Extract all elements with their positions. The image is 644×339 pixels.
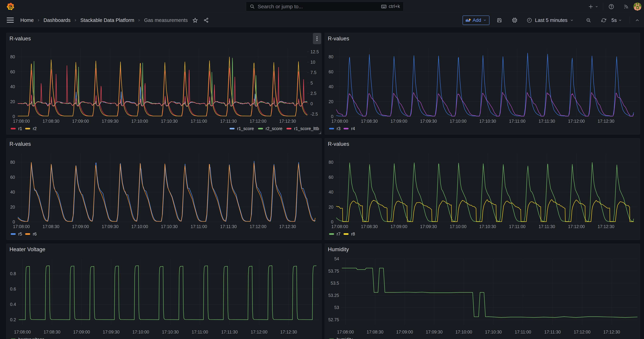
refresh-button[interactable] xyxy=(596,15,611,25)
x-tick-label: 17:11:00 xyxy=(192,330,208,334)
x-tick-label: 17:08:00 xyxy=(13,224,30,229)
time-range-label: Last 5 minutes xyxy=(535,18,568,23)
y-tick-label: 0 xyxy=(331,114,334,119)
legend-item-r4[interactable]: r4 xyxy=(344,126,355,131)
dashboard-settings-button[interactable] xyxy=(507,15,522,25)
time-series-chart[interactable]: 02040608017:08:0017:08:3017:09:0017:09:3… xyxy=(325,138,640,240)
legend-label: r8 xyxy=(351,232,355,236)
x-tick-label: 17:09:30 xyxy=(420,224,437,229)
x-tick-label: 17:12:30 xyxy=(603,330,620,334)
legend-item-r1[interactable]: r1 xyxy=(11,126,22,131)
y-tick-label: 53 xyxy=(334,305,339,310)
panel-legend: r3r4 xyxy=(329,126,638,132)
user-avatar[interactable] xyxy=(632,0,643,13)
new-button[interactable] xyxy=(586,0,600,13)
x-tick-label: 17:12:30 xyxy=(279,224,296,229)
time-range-picker[interactable]: Last 5 minutes xyxy=(522,18,581,23)
y-tick-label: 60 xyxy=(10,175,15,180)
chevron-down-icon xyxy=(595,5,599,9)
series-r6[interactable] xyxy=(18,162,315,222)
legend-item-r2_score[interactable]: r2_score xyxy=(258,126,282,131)
panel-r-values-1: R-values 020406080-2.502.557.51012.517:0… xyxy=(6,33,322,134)
legend-item-heatervoltage[interactable]: heatervoltage xyxy=(11,337,44,339)
legend-swatch xyxy=(25,233,30,235)
news-button[interactable] xyxy=(620,0,632,13)
legend-swatch xyxy=(344,233,348,235)
series-r3[interactable] xyxy=(336,53,634,116)
x-tick-label: 17:08:30 xyxy=(367,330,384,334)
save-icon xyxy=(497,18,502,23)
save-dashboard-button[interactable] xyxy=(492,15,507,25)
time-series-chart[interactable]: 02040608017:08:0017:08:3017:09:0017:09:3… xyxy=(6,138,322,240)
legend-label: r6 xyxy=(33,232,36,236)
breadcrumb-dashboards[interactable]: Dashboards xyxy=(44,18,70,23)
panel-menu-button[interactable] xyxy=(313,33,321,44)
help-icon xyxy=(608,4,614,10)
grafana-logo[interactable] xyxy=(6,2,15,11)
y-tick-label: 52.75 xyxy=(328,317,339,322)
y2-tick-label: -2.5 xyxy=(310,112,318,116)
series-humidity[interactable] xyxy=(342,268,639,318)
time-series-chart[interactable]: 52.755353.2553.553.755417:08:0017:08:301… xyxy=(325,244,640,339)
search-placeholder: Search or jump to... xyxy=(258,4,381,10)
y2-tick-label: 2.5 xyxy=(310,91,316,96)
time-series-chart[interactable]: 02040608017:08:0017:08:3017:09:0017:09:3… xyxy=(325,33,640,134)
add-panel-button[interactable]: Add xyxy=(462,16,490,25)
legend-item-r2[interactable]: r2 xyxy=(25,126,36,131)
refresh-interval-picker[interactable]: 5s xyxy=(612,18,622,23)
y-tick-label: 54 xyxy=(334,256,339,261)
avatar-image xyxy=(633,2,642,11)
legend-item-humidity[interactable]: humidity xyxy=(329,337,353,339)
star-icon xyxy=(192,17,198,23)
legend-item-r1_score[interactable]: r1_score xyxy=(230,126,254,131)
x-tick-label: 17:12:30 xyxy=(598,119,614,124)
share-button[interactable] xyxy=(203,18,209,23)
x-tick-label: 17:11:00 xyxy=(190,119,207,124)
x-tick-label: 17:09:00 xyxy=(390,119,407,124)
zoom-out-button[interactable] xyxy=(581,15,596,25)
y-tick-label: 0 xyxy=(331,220,334,224)
x-tick-label: 17:09:00 xyxy=(72,119,89,124)
legend-group: r5r6 xyxy=(11,232,40,236)
x-tick-label: 17:12:00 xyxy=(250,224,266,229)
series-heatervoltage[interactable] xyxy=(19,266,316,320)
y-tick-label: 20 xyxy=(328,99,334,104)
x-tick-label: 17:11:00 xyxy=(190,224,207,229)
top-nav-bar: Search or jump to... ctrl+k xyxy=(0,0,644,13)
panel-legend: r5r6 xyxy=(11,231,319,237)
legend-label: r1_score xyxy=(237,126,254,131)
legend-item-r6[interactable]: r6 xyxy=(25,232,36,236)
search-input[interactable]: Search or jump to... ctrl+k xyxy=(246,2,404,12)
breadcrumb-folder[interactable]: Stackable Data Platform xyxy=(80,18,134,23)
help-button[interactable] xyxy=(606,0,617,13)
time-series-chart[interactable]: 020406080-2.502.557.51012.517:08:0017:08… xyxy=(6,33,322,134)
y-tick-label: 20 xyxy=(328,204,334,210)
favorite-button[interactable] xyxy=(192,17,198,23)
panel-legend: heatervoltage xyxy=(11,336,319,339)
x-tick-label: 17:08:00 xyxy=(13,119,30,124)
breadcrumb-home[interactable]: Home xyxy=(20,18,34,23)
time-series-chart[interactable]: 0.20.40.60.817:08:0017:08:3017:09:0017:0… xyxy=(6,244,322,339)
legend-item-r5[interactable]: r5 xyxy=(11,232,22,236)
y-tick-label: 53.5 xyxy=(330,281,339,286)
panel-legend: r1r2r1_scorer2_scorer1_score_lttb xyxy=(11,126,319,132)
legend-swatch xyxy=(329,128,334,130)
legend-item-r7[interactable]: r7 xyxy=(329,232,340,236)
resize-handle[interactable] xyxy=(318,132,321,134)
legend-item-r1_score_lttb[interactable]: r1_score_lttb xyxy=(286,126,319,131)
series-r5[interactable] xyxy=(18,161,315,222)
y-tick-label: 0.2 xyxy=(10,317,16,322)
menu-toggle[interactable] xyxy=(7,18,14,23)
y-tick-label: 80 xyxy=(10,160,15,164)
collapse-toolbar-button[interactable] xyxy=(632,15,642,25)
panel-legend: r7r8 xyxy=(329,231,638,237)
series-r2_score[interactable] xyxy=(18,58,315,107)
legend-item-r8[interactable]: r8 xyxy=(344,232,355,236)
y2-tick-label: 12.5 xyxy=(310,49,319,54)
series-r2[interactable] xyxy=(18,57,315,116)
y-tick-label: 60 xyxy=(10,69,15,74)
legend-item-r3[interactable]: r3 xyxy=(329,126,340,131)
x-tick-label: 17:10:30 xyxy=(485,330,502,334)
keyboard-icon xyxy=(381,4,387,9)
gear-icon xyxy=(512,18,518,23)
